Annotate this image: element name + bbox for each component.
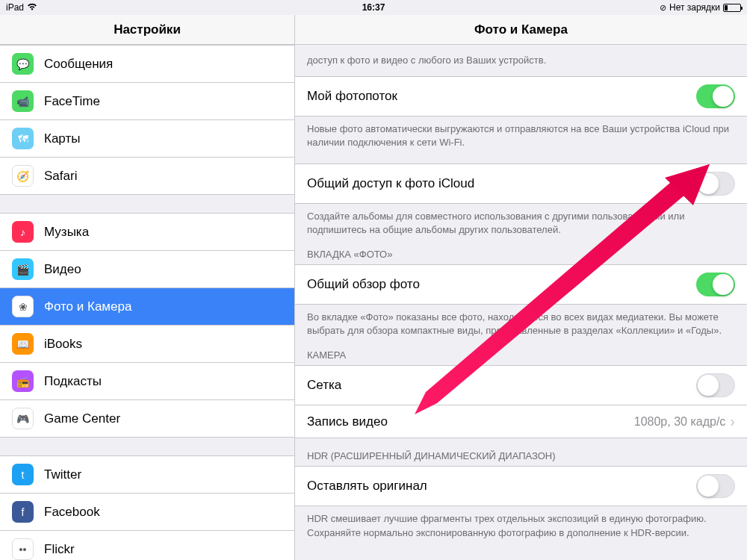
- chevron-right-icon: ›: [730, 413, 735, 430]
- sidebar-item-label: Flickr: [44, 542, 282, 557]
- sidebar-item-label: Подкасты: [44, 374, 282, 389]
- sidebar-item-label: FaceTime: [44, 94, 282, 109]
- toggle-photo-stream[interactable]: [696, 84, 735, 108]
- flickr-icon: ••: [12, 538, 34, 560]
- battery-icon: [723, 4, 741, 12]
- facebook-icon: f: [12, 501, 34, 523]
- row-icloud-sharing[interactable]: Общий доступ к фото iCloud: [295, 164, 747, 203]
- toggle-photo-overview[interactable]: [696, 273, 735, 296]
- wifi-icon: [27, 2, 37, 13]
- clock: 16:37: [362, 2, 385, 13]
- sidebar-item-photos[interactable]: ❀Фото и Камера: [0, 287, 294, 325]
- twitter-icon: t: [12, 464, 34, 485]
- maps-icon: 🗺: [12, 128, 34, 149]
- sidebar-item-facetime[interactable]: 📹FaceTime: [0, 82, 294, 119]
- photos-icon: ❀: [12, 296, 34, 317]
- sidebar-item-label: Facebook: [44, 505, 282, 520]
- sidebar: Настройки 💬Сообщения📹FaceTime🗺Карты🧭Safa…: [0, 15, 295, 560]
- row-label: Общий доступ к фото iCloud: [307, 176, 696, 191]
- sidebar-item-label: Фото и Камера: [44, 299, 282, 314]
- sidebar-item-music[interactable]: ♪Музыка: [0, 214, 294, 250]
- toggle-grid[interactable]: [696, 373, 735, 397]
- sidebar-item-label: Видео: [44, 262, 282, 277]
- row-record-video[interactable]: Запись видео 1080p, 30 кадр/с ›: [295, 405, 747, 438]
- sidebar-item-messages[interactable]: 💬Сообщения: [0, 46, 294, 82]
- row-photo-overview[interactable]: Общий обзор фото: [295, 265, 747, 304]
- sidebar-item-gamecenter[interactable]: 🎮Game Center: [0, 399, 294, 437]
- phototab-footer: Во вкладке «Фото» показаны все фото, нах…: [295, 305, 747, 337]
- hdr-footer: HDR смешивает лучшие фрагменты трех отде…: [295, 506, 747, 554]
- row-label: Запись видео: [307, 414, 634, 429]
- sidebar-title: Настройки: [0, 15, 294, 45]
- icloud-sharing-footer: Создайте альбомы для совместного использ…: [295, 204, 747, 237]
- detail-pane: Фото и Камера доступ к фото и видео с лю…: [295, 15, 747, 560]
- sidebar-item-facebook[interactable]: fFacebook: [0, 493, 294, 530]
- row-keep-original[interactable]: Оставлять оригинал: [295, 467, 747, 505]
- ibooks-icon: 📖: [12, 333, 34, 355]
- not-charging-icon: ⊘: [660, 3, 666, 13]
- sidebar-item-maps[interactable]: 🗺Карты: [0, 119, 294, 157]
- sidebar-item-label: Сообщения: [44, 57, 282, 72]
- toggle-keep-original[interactable]: [696, 474, 735, 498]
- charge-label: Нет зарядки: [669, 2, 720, 13]
- sidebar-item-label: Музыка: [44, 225, 282, 240]
- facetime-icon: 📹: [12, 90, 34, 112]
- sidebar-item-flickr[interactable]: ••Flickr: [0, 530, 294, 560]
- sidebar-item-video[interactable]: 🎬Видео: [0, 250, 294, 287]
- sidebar-item-twitter[interactable]: tTwitter: [0, 456, 294, 493]
- sidebar-item-label: Game Center: [44, 411, 282, 426]
- video-icon: 🎬: [12, 258, 34, 280]
- sidebar-item-label: Карты: [44, 131, 282, 146]
- podcasts-icon: 📻: [12, 370, 34, 392]
- icloud-footer: доступ к фото и видео с любого из Ваших …: [295, 45, 747, 67]
- detail-title: Фото и Камера: [295, 15, 747, 45]
- row-label: Общий обзор фото: [307, 277, 696, 292]
- sidebar-item-safari[interactable]: 🧭Safari: [0, 157, 294, 194]
- sidebar-item-label: iBooks: [44, 337, 282, 352]
- section-header-hdr: HDR (РАСШИРЕННЫЙ ДИНАМИЧЕСКИЙ ДИАПАЗОН): [295, 438, 747, 466]
- gamecenter-icon: 🎮: [12, 408, 34, 429]
- status-bar: iPad 16:37 ⊘ Нет зарядки: [0, 0, 747, 15]
- row-label: Оставлять оригинал: [307, 479, 696, 494]
- sidebar-item-label: Safari: [44, 169, 282, 184]
- sidebar-item-label: Twitter: [44, 467, 282, 482]
- section-header-phototab: ВКЛАДКА «ФОТО»: [295, 237, 747, 264]
- sidebar-item-ibooks[interactable]: 📖iBooks: [0, 325, 294, 362]
- device-label: iPad: [6, 2, 24, 13]
- music-icon: ♪: [12, 221, 34, 243]
- row-value: 1080p, 30 кадр/с: [634, 415, 726, 429]
- sidebar-item-podcasts[interactable]: 📻Подкасты: [0, 362, 294, 399]
- toggle-icloud-sharing[interactable]: [696, 172, 735, 196]
- photo-stream-footer: Новые фото автоматически выгружаются и о…: [295, 116, 747, 149]
- row-label: Сетка: [307, 378, 696, 393]
- safari-icon: 🧭: [12, 165, 34, 187]
- section-header-camera: КАМЕРА: [295, 337, 747, 365]
- messages-icon: 💬: [12, 53, 34, 75]
- row-label: Мой фотопоток: [307, 89, 696, 104]
- row-my-photo-stream[interactable]: Мой фотопоток: [295, 77, 747, 116]
- row-grid[interactable]: Сетка: [295, 366, 747, 405]
